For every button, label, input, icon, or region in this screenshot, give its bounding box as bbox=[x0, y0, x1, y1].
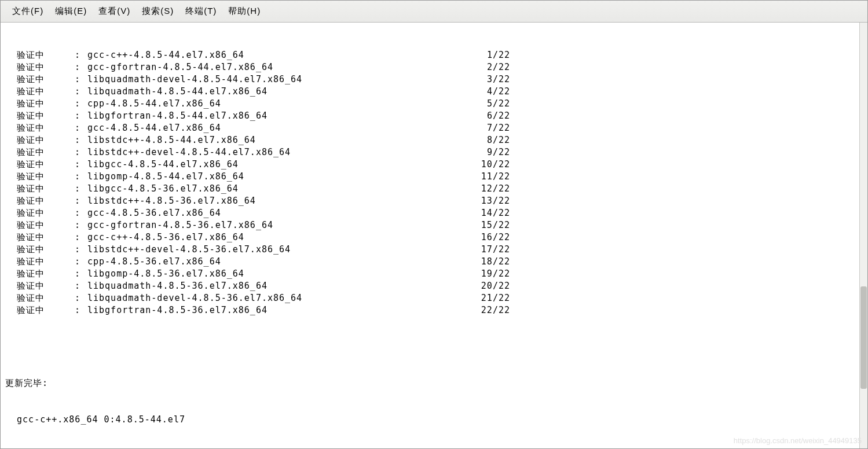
verify-status: 验证中 bbox=[5, 280, 75, 292]
verify-progress: 13/22 bbox=[477, 195, 510, 207]
verify-progress: 8/22 bbox=[477, 134, 510, 146]
menu-bar: 文件(F) 编辑(E) 查看(V) 搜索(S) 终端(T) 帮助(H) bbox=[1, 1, 867, 23]
verify-row: 验证中: libquadmath-devel-4.8.5-44.el7.x86_… bbox=[5, 73, 855, 86]
colon: : bbox=[75, 110, 87, 122]
colon: : bbox=[75, 207, 87, 219]
verify-package: libstdc++-devel-4.8.5-44.el7.x86_64 bbox=[87, 146, 477, 159]
verify-row: 验证中: gcc-gfortran-4.8.5-36.el7.x86_6415/… bbox=[5, 219, 855, 231]
verify-row: 验证中: libstdc++-devel-4.8.5-36.el7.x86_64… bbox=[5, 244, 855, 256]
verify-row: 验证中: libgcc-4.8.5-44.el7.x86_6410/22 bbox=[5, 159, 855, 171]
colon: : bbox=[75, 292, 87, 304]
verify-package: libgcc-4.8.5-44.el7.x86_64 bbox=[87, 159, 477, 171]
colon: : bbox=[75, 146, 87, 159]
verify-progress: 11/22 bbox=[477, 171, 510, 183]
verify-progress: 6/22 bbox=[477, 110, 510, 122]
verify-package: libgfortran-4.8.5-36.el7.x86_64 bbox=[87, 304, 477, 316]
verify-progress: 20/22 bbox=[477, 280, 510, 292]
verify-row: 验证中: gcc-4.8.5-36.el7.x86_6414/22 bbox=[5, 207, 855, 219]
scrollbar-thumb[interactable] bbox=[860, 286, 867, 389]
verify-progress: 10/22 bbox=[477, 159, 510, 171]
verify-package: libstdc++-4.8.5-44.el7.x86_64 bbox=[87, 134, 477, 146]
verify-progress: 16/22 bbox=[477, 231, 510, 244]
terminal-output[interactable]: 验证中: gcc-c++-4.8.5-44.el7.x86_641/22 验证中… bbox=[1, 23, 859, 448]
scrollbar-vertical[interactable] bbox=[859, 23, 867, 448]
verify-package: libstdc++-devel-4.8.5-36.el7.x86_64 bbox=[87, 244, 477, 256]
colon: : bbox=[75, 219, 87, 231]
menu-view[interactable]: 查看(V) bbox=[93, 3, 136, 19]
verify-package: gcc-gfortran-4.8.5-36.el7.x86_64 bbox=[87, 219, 477, 231]
verify-row: 验证中: libgfortran-4.8.5-44.el7.x86_646/22 bbox=[5, 110, 855, 122]
verify-row: 验证中: libstdc++-devel-4.8.5-44.el7.x86_64… bbox=[5, 146, 855, 159]
menu-terminal[interactable]: 终端(T) bbox=[180, 3, 222, 19]
colon: : bbox=[75, 183, 87, 195]
verify-row: 验证中: cpp-4.8.5-44.el7.x86_645/22 bbox=[5, 98, 855, 110]
verify-progress: 2/22 bbox=[477, 61, 510, 73]
verify-package: cpp-4.8.5-36.el7.x86_64 bbox=[87, 256, 477, 268]
verify-status: 验证中 bbox=[5, 231, 75, 244]
verify-package: libquadmath-devel-4.8.5-44.el7.x86_64 bbox=[87, 73, 477, 86]
colon: : bbox=[75, 195, 87, 207]
verify-status: 验证中 bbox=[5, 292, 75, 304]
verify-row: 验证中: gcc-c++-4.8.5-36.el7.x86_6416/22 bbox=[5, 231, 855, 244]
verify-row: 验证中: gcc-4.8.5-44.el7.x86_647/22 bbox=[5, 122, 855, 134]
colon: : bbox=[75, 73, 87, 86]
verify-row: 验证中: libquadmath-4.8.5-44.el7.x86_644/22 bbox=[5, 86, 855, 98]
verify-status: 验证中 bbox=[5, 244, 75, 256]
verify-status: 验证中 bbox=[5, 183, 75, 195]
colon: : bbox=[75, 171, 87, 183]
verify-package: gcc-c++-4.8.5-44.el7.x86_64 bbox=[87, 49, 477, 61]
verify-status: 验证中 bbox=[5, 256, 75, 268]
verify-progress: 7/22 bbox=[477, 122, 510, 134]
verify-progress: 12/22 bbox=[477, 183, 510, 195]
colon: : bbox=[75, 159, 87, 171]
verify-package: gcc-c++-4.8.5-36.el7.x86_64 bbox=[87, 231, 477, 244]
menu-edit[interactable]: 编辑(E) bbox=[49, 3, 93, 19]
verify-package: libgomp-4.8.5-44.el7.x86_64 bbox=[87, 171, 477, 183]
verify-status: 验证中 bbox=[5, 159, 75, 171]
verify-row: 验证中: libgomp-4.8.5-44.el7.x86_6411/22 bbox=[5, 171, 855, 183]
menu-search[interactable]: 搜索(S) bbox=[136, 3, 180, 19]
colon: : bbox=[75, 304, 87, 316]
verify-status: 验证中 bbox=[5, 207, 75, 219]
verify-row: 验证中: gcc-gfortran-4.8.5-44.el7.x86_642/2… bbox=[5, 61, 855, 73]
updated-line: gcc-c++.x86_64 0:4.8.5-44.el7 bbox=[5, 414, 855, 426]
verify-row: 验证中: cpp-4.8.5-36.el7.x86_6418/22 bbox=[5, 256, 855, 268]
verify-progress: 1/22 bbox=[477, 49, 510, 61]
verify-row: 验证中: libstdc++-4.8.5-44.el7.x86_648/22 bbox=[5, 134, 855, 146]
verify-status: 验证中 bbox=[5, 61, 75, 73]
verify-progress: 3/22 bbox=[477, 73, 510, 86]
verify-status: 验证中 bbox=[5, 98, 75, 110]
menu-help[interactable]: 帮助(H) bbox=[222, 3, 266, 19]
verify-progress: 19/22 bbox=[477, 268, 510, 280]
verify-package: libquadmath-4.8.5-44.el7.x86_64 bbox=[87, 86, 477, 98]
verify-package: gcc-4.8.5-36.el7.x86_64 bbox=[87, 207, 477, 219]
verify-progress: 18/22 bbox=[477, 256, 510, 268]
verify-status: 验证中 bbox=[5, 146, 75, 159]
colon: : bbox=[75, 256, 87, 268]
verify-progress: 22/22 bbox=[477, 304, 510, 316]
colon: : bbox=[75, 61, 87, 73]
verify-status: 验证中 bbox=[5, 86, 75, 98]
verify-status: 验证中 bbox=[5, 268, 75, 280]
menu-file[interactable]: 文件(F) bbox=[6, 3, 49, 19]
verify-status: 验证中 bbox=[5, 134, 75, 146]
verify-row: 验证中: libquadmath-devel-4.8.5-36.el7.x86_… bbox=[5, 292, 855, 304]
colon: : bbox=[75, 244, 87, 256]
verify-row: 验证中: gcc-c++-4.8.5-44.el7.x86_641/22 bbox=[5, 49, 855, 61]
verify-progress: 14/22 bbox=[477, 207, 510, 219]
colon: : bbox=[75, 49, 87, 61]
colon: : bbox=[75, 268, 87, 280]
colon: : bbox=[75, 134, 87, 146]
verify-progress: 21/22 bbox=[477, 292, 510, 304]
verify-row: 验证中: libgomp-4.8.5-36.el7.x86_6419/22 bbox=[5, 268, 855, 280]
verify-package: libquadmath-devel-4.8.5-36.el7.x86_64 bbox=[87, 292, 477, 304]
colon: : bbox=[75, 280, 87, 292]
verify-progress: 4/22 bbox=[477, 86, 510, 98]
verify-status: 验证中 bbox=[5, 110, 75, 122]
verify-row: 验证中: libstdc++-4.8.5-36.el7.x86_6413/22 bbox=[5, 195, 855, 207]
verify-row: 验证中: libgfortran-4.8.5-36.el7.x86_6422/2… bbox=[5, 304, 855, 316]
verify-status: 验证中 bbox=[5, 171, 75, 183]
verify-package: libquadmath-4.8.5-36.el7.x86_64 bbox=[87, 280, 477, 292]
verify-progress: 5/22 bbox=[477, 98, 510, 110]
colon: : bbox=[75, 122, 87, 134]
